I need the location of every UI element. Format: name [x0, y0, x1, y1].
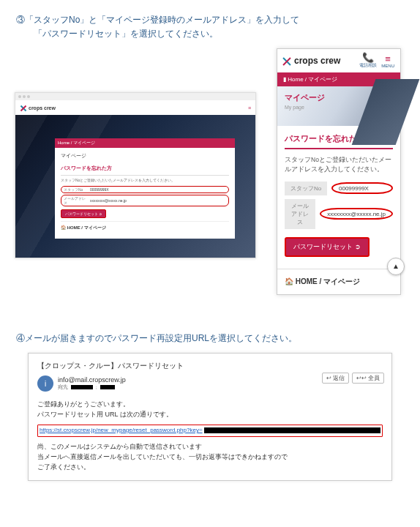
mail-value: xxxxxxxx@xxxxx.ne.jp — [320, 208, 393, 220]
logo: crops crew — [20, 104, 56, 111]
mobile-screenshot: crops crew 📞 電話相談 ≡ MENU ▮ Home / マイページ … — [277, 48, 401, 295]
mail-label: メールアドレス — [285, 199, 315, 229]
staffno-label: スタッフNo — [64, 187, 87, 192]
arrow-icon: ➲ — [355, 243, 361, 250]
reply-all-label: 全員 — [368, 374, 380, 382]
logo-text: crops crew — [294, 56, 340, 66]
step4-instruction: ④メールが届きますのでパスワード再設定用URLを選択してください。 — [0, 310, 420, 353]
logo: crops crew — [282, 56, 340, 66]
reply-all-button[interactable]: ↩↩ 全員 — [352, 373, 384, 384]
phone-icon: 📞 — [362, 53, 374, 62]
email-line2: パスワードリセット用 URL は次の通りです。 — [37, 409, 383, 419]
desktop-card: Home / マイページ マイページ パスワードを忘れた方 スタッフNoとご登録… — [55, 138, 235, 239]
email-to-label: 宛先 — [58, 384, 68, 391]
logo-icon — [20, 104, 27, 111]
email-subject: 【クロップス・クルー】パスワードリセット — [37, 361, 383, 371]
desktop-header: crops crew ≡ — [15, 100, 255, 115]
mobile-header: crops crew 📞 電話相談 ≡ MENU — [277, 49, 400, 72]
desktop-screenshot: crops crew ≡ Home / マイページ マイページ パスワードを忘れ… — [15, 92, 256, 258]
reset-button-label: パスワードリセット — [293, 242, 353, 252]
url-redacted — [204, 427, 380, 433]
email-url-row[interactable]: https://st.cropscrew.jp/new_mypage/reset… — [37, 425, 383, 437]
reply-icon: ↩ — [326, 375, 331, 381]
reset-url-link[interactable]: https://st.cropscrew.jp/new_mypage/reset… — [40, 426, 203, 436]
reset-button-label: パスワードリセット — [65, 212, 98, 216]
logo-text: crops crew — [29, 105, 56, 111]
desktop-body: Home / マイページ マイページ パスワードを忘れた方 スタッフNoとご登録… — [15, 115, 255, 258]
home-link[interactable]: 🏠 HOME / マイページ — [277, 269, 400, 294]
menu-label: MENU — [381, 64, 394, 68]
reset-button[interactable]: パスワードリセット ➲ — [285, 237, 370, 257]
avatar: i — [37, 375, 53, 392]
home-link[interactable]: 🏠 HOME / マイページ — [61, 221, 229, 234]
reply-label: 返信 — [333, 374, 345, 382]
section-title: パスワードを忘れた方 — [61, 162, 229, 176]
arrow-icon: ➲ — [99, 212, 102, 216]
logo-icon — [282, 56, 292, 66]
breadcrumb: Home / マイページ — [55, 138, 235, 148]
email-line5: ご了承ください。 — [37, 462, 383, 472]
reply-all-icon: ↩↩ — [356, 375, 367, 381]
staffno-field[interactable]: スタッフNo 00099999X — [61, 186, 229, 193]
email-actions: ↩ 返信 ↩↩ 全員 — [322, 373, 384, 384]
reset-button[interactable]: パスワードリセット ➲ — [61, 209, 106, 218]
staffno-field[interactable]: スタッフNo 00099999X — [285, 182, 393, 195]
breadcrumb-text: Home / マイページ — [288, 76, 337, 83]
section-desc: スタッフNoとご登録いただいたメールアドレスを入力してください。 — [285, 155, 393, 174]
email-body: ご登録ありがとうございます。 パスワードリセット用 URL は次の通りです。 h… — [37, 399, 383, 473]
email-meta: 宛先 ; — [58, 384, 126, 391]
email-line1: ご登録ありがとうございます。 — [37, 399, 383, 409]
tel-button[interactable]: 📞 電話相談 — [358, 53, 378, 69]
mail-label: メールアドレス — [64, 196, 87, 205]
staffno-value: 00099999X — [90, 187, 109, 192]
menu-button[interactable]: ≡ MENU — [380, 53, 396, 69]
staffno-label: スタッフNo — [285, 182, 327, 195]
email-line4: 当メールへ直接返信メールを出していただいても、一切お返事等はできかねますので — [37, 452, 383, 462]
hero-title: マイページ — [285, 92, 393, 103]
step3-instruction: ③「スタッフNo」と「マイページ登録時のメールアドレス」を入力して 「パスワード… — [0, 0, 420, 48]
mail-field[interactable]: メールアドレス xxxxxxxx@xxxxx.ne.jp — [61, 195, 229, 206]
section-desc: スタッフNoとご登録いただいたメールアドレスを入力してください。 — [61, 176, 229, 184]
email-from: info@mail.cropscrew.jp — [58, 376, 126, 384]
staffno-value: 00099999X — [331, 182, 393, 194]
mail-field[interactable]: メールアドレス xxxxxxxx@xxxxx.ne.jp — [285, 199, 393, 229]
hero: マイページ My page — [277, 86, 400, 126]
browser-chrome — [15, 93, 255, 100]
scroll-top-button[interactable]: ▲ — [387, 258, 405, 275]
screenshots-row: crops crew ≡ Home / マイページ マイページ パスワードを忘れ… — [0, 48, 420, 310]
hero-subtitle: My page — [285, 105, 393, 110]
email-line3: 尚、このメールはシステムから自動で送信されています — [37, 441, 383, 452]
tel-label: 電話相談 — [359, 62, 377, 69]
hamburger-icon[interactable]: ≡ — [248, 105, 251, 111]
page-title: マイページ — [61, 152, 229, 162]
hamburger-icon: ≡ — [385, 54, 391, 64]
reply-button[interactable]: ↩ 返信 — [322, 373, 349, 384]
mobile-main: パスワードを忘れた方 スタッフNoとご登録いただいたメールアドレスを入力してくだ… — [277, 126, 400, 261]
email-screenshot: 【クロップス・クルー】パスワードリセット i info@mail.cropscr… — [28, 353, 392, 481]
mail-value: xxxxxxxx@xxxxx.ne.jp — [90, 198, 127, 203]
